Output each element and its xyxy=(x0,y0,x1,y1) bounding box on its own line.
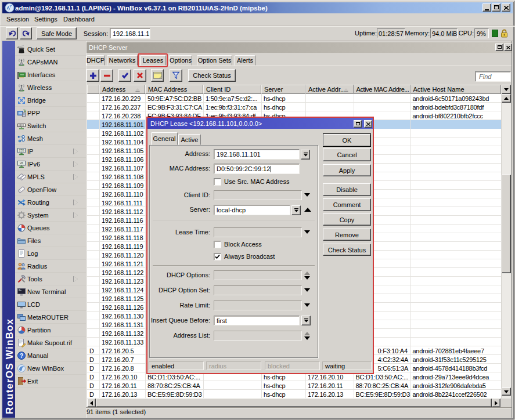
svg-text:v6: v6 xyxy=(20,161,23,165)
svg-text:255: 255 xyxy=(19,149,24,152)
svg-text:?: ? xyxy=(20,352,23,359)
